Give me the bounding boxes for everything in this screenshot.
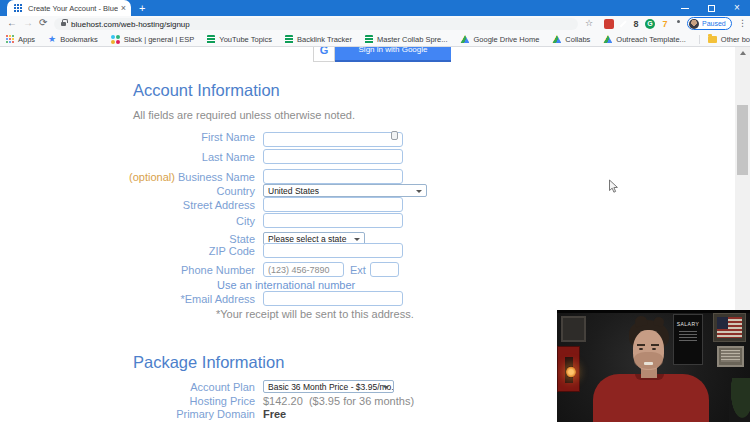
bookmarks-separator bbox=[699, 35, 700, 44]
phone-number-label: Phone Number bbox=[100, 264, 255, 276]
google-g-icon: G bbox=[313, 47, 335, 62]
browser-tab[interactable]: Create Your Account - Bluehost × bbox=[7, 0, 131, 16]
phone-number-input[interactable] bbox=[263, 262, 344, 277]
salary-poster-lines bbox=[679, 331, 697, 341]
last-name-input[interactable] bbox=[263, 149, 403, 164]
chevron-down-icon bbox=[354, 238, 360, 241]
bookmark-youtube-topics[interactable]: YouTube Topics bbox=[207, 35, 272, 44]
salary-poster: SALARY bbox=[673, 314, 703, 365]
street-address-input[interactable] bbox=[263, 197, 403, 212]
us-flag bbox=[717, 317, 742, 338]
email-address-input[interactable] bbox=[263, 291, 403, 306]
hosting-price-value: $142.20 ($3.95 for 36 months) bbox=[263, 395, 414, 407]
bluehost-favicon-icon bbox=[14, 4, 23, 13]
titlebar: Create Your Account - Bluehost × + × bbox=[0, 0, 750, 16]
google-signin-button[interactable]: G Sign in with Google bbox=[313, 47, 451, 62]
person-stubble bbox=[634, 352, 663, 369]
slack-icon bbox=[111, 35, 120, 44]
sheets-icon bbox=[285, 35, 293, 44]
bookmark-star-icon[interactable]: ☆ bbox=[585, 18, 593, 28]
package-information-heading: Package Information bbox=[133, 353, 284, 372]
person-eye bbox=[639, 348, 643, 350]
window-controls: × bbox=[672, 0, 750, 16]
profile-button[interactable]: Paused bbox=[687, 17, 732, 30]
eight-extension-icon[interactable]: 8 bbox=[631, 19, 641, 29]
person-eyebrow bbox=[651, 344, 659, 346]
url-text: bluehost.com/web-hosting/signup bbox=[71, 20, 190, 29]
hosting-price-label: Hosting Price bbox=[100, 395, 255, 407]
city-input[interactable] bbox=[263, 213, 403, 228]
drive-icon bbox=[460, 35, 469, 43]
ext-label: Ext bbox=[350, 264, 366, 276]
certificate-frame bbox=[717, 346, 744, 367]
first-name-input[interactable] bbox=[263, 132, 403, 147]
bookmark-drive-home[interactable]: Google Drive Home bbox=[460, 35, 539, 44]
street-address-label: Street Address bbox=[100, 199, 255, 211]
chevron-down-icon bbox=[416, 190, 422, 193]
close-button[interactable]: × bbox=[724, 0, 750, 16]
star-icon: ★ bbox=[48, 35, 56, 44]
webcam-overlay: SALARY bbox=[557, 310, 750, 422]
us-flag-frame bbox=[713, 313, 746, 342]
refresh-icon[interactable]: ⟳ bbox=[39, 17, 47, 28]
bookmark-master-collab[interactable]: Master Collab Spre... bbox=[365, 35, 447, 44]
tab-close-icon[interactable]: × bbox=[121, 4, 126, 13]
folder-icon bbox=[708, 36, 717, 43]
address-bar[interactable]: bluehost.com/web-hosting/signup bbox=[54, 18, 578, 30]
person-eye bbox=[652, 348, 656, 350]
minimize-button[interactable] bbox=[672, 0, 698, 16]
green-circle-extension-icon[interactable]: G bbox=[645, 19, 655, 29]
required-fields-note: All fields are required unless otherwise… bbox=[133, 109, 355, 121]
minimize-icon bbox=[681, 8, 689, 9]
zip-code-input[interactable] bbox=[263, 243, 403, 258]
google-signin-label: Sign in with Google bbox=[335, 47, 451, 62]
optional-tag: (optional) bbox=[129, 171, 175, 183]
maximize-button[interactable] bbox=[698, 0, 724, 16]
chevron-down-icon bbox=[383, 386, 389, 389]
bookmarks-bar: Apps ★ Bookmarks Slack | general | ESP Y… bbox=[0, 32, 750, 47]
business-name-label: (optional) Business Name bbox=[100, 171, 255, 183]
sync-paused-badge: Paused bbox=[702, 20, 726, 27]
red-extension-icon[interactable] bbox=[604, 19, 614, 29]
email-address-label: *Email Address bbox=[100, 293, 255, 305]
seven-extension-icon[interactable]: 7 bbox=[660, 19, 670, 29]
bookmark-bookmarks[interactable]: ★ Bookmarks bbox=[48, 35, 98, 44]
tab-title: Create Your Account - Bluehost bbox=[28, 4, 118, 13]
primary-domain-label: Primary Domain bbox=[100, 408, 255, 420]
drive-icon bbox=[552, 35, 561, 43]
bookmark-slack[interactable]: Slack | general | ESP bbox=[111, 35, 195, 44]
framed-picture bbox=[561, 316, 586, 342]
sheets-icon bbox=[207, 35, 215, 44]
last-name-label: Last Name bbox=[100, 151, 255, 163]
autofill-icon[interactable] bbox=[391, 131, 398, 140]
person-mouth bbox=[644, 362, 653, 365]
drive-icon bbox=[603, 35, 612, 43]
person-eyebrow bbox=[637, 344, 645, 346]
account-plan-select[interactable]: Basic 36 Month Price - $3.95/mo. bbox=[263, 380, 394, 393]
person-shirt bbox=[593, 374, 709, 422]
bookmark-outreach-template[interactable]: Outreach Template... bbox=[603, 35, 685, 44]
zip-code-label: ZIP Code bbox=[100, 245, 255, 257]
business-name-input[interactable] bbox=[263, 169, 403, 184]
new-tab-button[interactable]: + bbox=[139, 1, 145, 15]
scrollbar-thumb[interactable] bbox=[737, 105, 748, 175]
primary-domain-value: Free bbox=[263, 408, 286, 420]
scroll-up-icon[interactable] bbox=[740, 51, 746, 55]
avatar bbox=[689, 19, 699, 29]
lock-icon bbox=[61, 22, 66, 26]
forward-icon[interactable]: → bbox=[23, 17, 33, 28]
salary-poster-text: SALARY bbox=[674, 321, 702, 327]
city-label: City bbox=[100, 215, 255, 227]
other-bookmarks-button[interactable]: Other bookmarks bbox=[708, 35, 750, 44]
country-select[interactable]: United States bbox=[263, 184, 427, 197]
bookmark-collabs[interactable]: Collabs bbox=[552, 35, 590, 44]
bookmark-apps[interactable]: Apps bbox=[6, 35, 35, 44]
bookmark-backlink-tracker[interactable]: Backlink Tracker bbox=[285, 35, 352, 44]
receipt-note: *Your receipt will be sent to this addre… bbox=[216, 308, 414, 320]
back-icon[interactable]: ← bbox=[7, 17, 17, 28]
browser-menu-icon[interactable]: ⋮ bbox=[738, 18, 747, 28]
phone-ext-input[interactable] bbox=[370, 262, 399, 277]
country-label: Country bbox=[100, 185, 255, 197]
browser-toolbar: ← → ⟳ bluehost.com/web-hosting/signup ☆ … bbox=[0, 16, 750, 32]
international-number-link[interactable]: Use an international number bbox=[217, 279, 355, 291]
